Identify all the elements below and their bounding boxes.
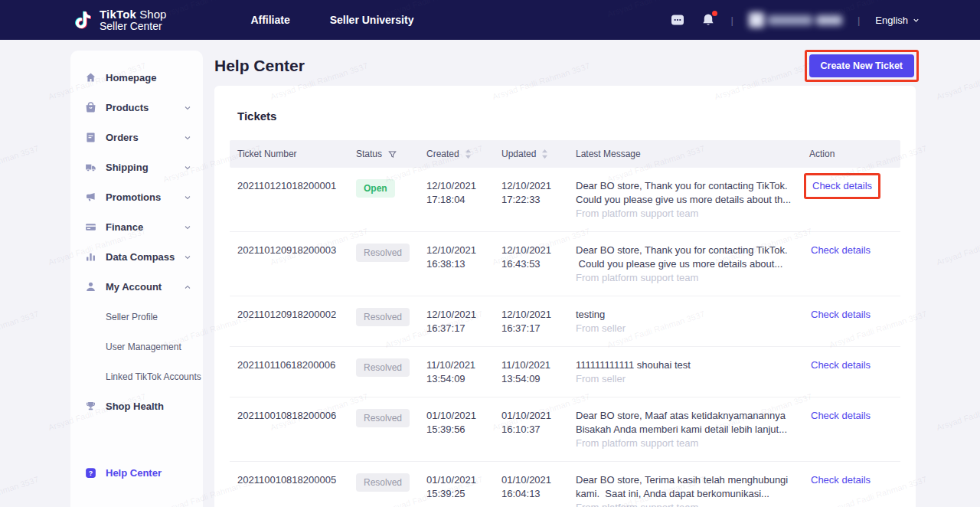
created-date: 12/10/2021	[426, 244, 501, 257]
updated-date: 01/10/2021	[501, 409, 576, 423]
check-details-link[interactable]: Check details	[811, 474, 871, 486]
col-action: Action	[809, 149, 900, 159]
nav-seller-university[interactable]: Seller University	[330, 14, 414, 26]
sidebar-item-promotions[interactable]: Promotions	[70, 182, 203, 212]
watermark-text: Arsyad Fadli Rahman 3537	[0, 144, 40, 185]
updated-cell: 01/10/202116:04:13	[501, 473, 576, 507]
logo-text: TikTok Shop Seller Center	[100, 8, 166, 31]
sidebar-item-products[interactable]: Products	[70, 93, 203, 123]
updated-cell: 12/10/202117:22:33	[501, 179, 576, 221]
notifications-bell-icon[interactable]	[701, 12, 716, 28]
sidebar-item-finance[interactable]: Finance	[70, 212, 203, 242]
check-details-link[interactable]: Check details	[811, 309, 871, 320]
message-line: kami. Saat ini, Anda dapat berkomunikasi…	[576, 487, 809, 501]
check-details-link[interactable]: Check details	[812, 180, 872, 191]
watermark-text: Arsyad Fadli Rahman 3537	[935, 227, 980, 267]
message-line: Dear BO store, Thank you for contacting …	[576, 179, 809, 193]
updated-date: 11/10/2021	[501, 358, 576, 372]
sidebar-label: Help Center	[106, 467, 162, 479]
sidebar-label: My Account	[106, 281, 162, 293]
updated-date: 12/10/2021	[501, 179, 576, 193]
updated-date: 12/10/2021	[501, 308, 576, 322]
chevron-down-icon	[912, 16, 920, 25]
updated-cell: 11/10/202113:54:09	[501, 358, 576, 386]
page-header: Help Center Create New Ticket	[214, 49, 919, 83]
created-time: 16:38:13	[426, 257, 501, 271]
nav-affiliate[interactable]: Affiliate	[250, 14, 289, 26]
create-new-ticket-button[interactable]: Create New Ticket	[809, 54, 914, 77]
help-center-icon: ?	[84, 466, 97, 479]
updated-time: 16:10:37	[501, 423, 576, 437]
sidebar-item-orders[interactable]: Orders	[70, 123, 203, 152]
watermark-text: Arsyad Fadli Rahman 3537	[0, 475, 40, 507]
check-details-link[interactable]: Check details	[811, 244, 871, 256]
message-lines: Dear BO store, Thank you for contacting …	[576, 179, 809, 207]
status-badge: Resolved	[356, 358, 410, 377]
promotions-megaphone-icon	[84, 191, 97, 204]
created-date: 11/10/2021	[426, 358, 501, 372]
message-source: From seller	[576, 322, 809, 335]
language-label: English	[875, 15, 908, 26]
updated-cell: 12/10/202116:43:53	[501, 244, 576, 285]
ticket-number: 202110010818200005	[237, 473, 356, 507]
messages-icon[interactable]	[670, 12, 685, 28]
table-row: 202110010818200005 Resolved 01/10/202115…	[230, 462, 900, 507]
status-cell: Resolved	[356, 409, 426, 450]
updated-time: 13:54:09	[501, 372, 576, 386]
sidebar-subitem-user-management[interactable]: User Management	[70, 332, 203, 361]
updated-date: 12/10/2021	[501, 244, 576, 257]
chevron-down-icon	[183, 193, 192, 202]
sidebar-label: Orders	[106, 132, 139, 143]
action-highlight-box: Check details	[811, 409, 871, 423]
created-sort-icon[interactable]	[465, 149, 472, 159]
action-cell: Check details	[809, 308, 900, 335]
sidebar-item-help-center[interactable]: ? Help Center	[70, 458, 203, 488]
message-line: Could you please give us more details ab…	[576, 257, 809, 271]
col-created: Created	[426, 149, 501, 159]
message-line: testing	[576, 308, 809, 322]
sidebar-item-my-account[interactable]: My Account	[70, 272, 203, 302]
sidebar-subitem-linked-tiktok-accounts[interactable]: Linked TikTok Accounts	[70, 361, 203, 391]
sidebar-label: Data Compass	[106, 251, 175, 263]
page-title: Help Center	[214, 57, 305, 75]
sidebar-item-shop-health[interactable]: Shop Health	[70, 391, 203, 421]
chevron-down-icon	[183, 223, 192, 232]
updated-time: 16:43:53	[501, 257, 576, 271]
status-cell: Resolved	[356, 358, 426, 386]
created-date: 01/10/2021	[426, 473, 501, 487]
topbar: TikTok Shop Seller Center Affiliate Sell…	[0, 0, 980, 40]
message-source: From platform support team	[576, 501, 809, 507]
updated-time: 17:22:33	[501, 193, 576, 207]
status-badge: Resolved	[356, 473, 410, 492]
sidebar-subitem-seller-profile[interactable]: Seller Profile	[70, 302, 203, 332]
annotation-box-create-ticket: Create New Ticket	[805, 50, 919, 82]
created-time: 17:18:04	[426, 193, 501, 207]
check-details-link[interactable]: Check details	[811, 410, 871, 421]
sidebar: Homepage Products Orders Shipping Promot…	[70, 51, 203, 507]
updated-sort-icon[interactable]	[541, 149, 548, 159]
sidebar-item-shipping[interactable]: Shipping	[70, 152, 203, 182]
topbar-separator: |	[731, 15, 733, 26]
col-latest-message: Latest Message	[576, 149, 809, 159]
sidebar-label: Shipping	[106, 162, 149, 173]
created-cell: 11/10/202113:54:09	[426, 358, 501, 386]
username-redacted[interactable]	[749, 12, 842, 28]
action-cell: Check details	[809, 473, 900, 507]
check-details-link[interactable]: Check details	[811, 359, 871, 371]
watermark-text: Arsyad Fadli Rahman 3537	[935, 61, 980, 102]
updated-time: 16:37:17	[501, 322, 576, 335]
sidebar-item-homepage[interactable]: Homepage	[70, 63, 203, 93]
created-time: 13:54:09	[426, 372, 501, 386]
action-cell: Check details	[809, 244, 900, 285]
updated-cell: 12/10/202116:37:17	[501, 308, 576, 335]
updated-time: 16:04:13	[501, 487, 576, 501]
language-selector[interactable]: English	[875, 15, 920, 26]
tiktok-shop-logo[interactable]: TikTok Shop Seller Center	[74, 8, 166, 31]
status-filter-icon[interactable]	[387, 149, 397, 159]
table-row: 202110010818200006 Resolved 01/10/202115…	[230, 397, 900, 462]
action-highlight-box: Check details	[804, 173, 880, 199]
ticket-rows: 202110121018200001 Open 12/10/202117:18:…	[230, 168, 900, 507]
message-line: Dear BO store, Terima kasih telah menghu…	[576, 473, 809, 487]
finance-card-icon	[84, 221, 97, 234]
sidebar-item-data-compass[interactable]: Data Compass	[70, 242, 203, 272]
